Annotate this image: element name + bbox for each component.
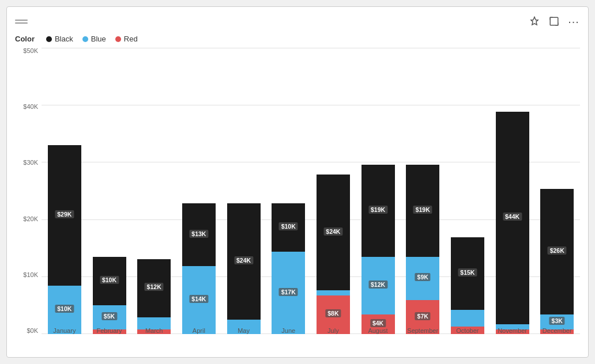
bar-group[interactable]: $15K <box>447 48 488 334</box>
bar-value-label: $10K <box>279 222 298 230</box>
x-labels: JanuaryFebruaryMarchAprilMayJuneJulyAugu… <box>42 318 580 334</box>
x-label: May <box>223 327 265 334</box>
bar-segment-black: $24K <box>227 203 261 320</box>
bar-group[interactable]: $19K$12K$4K <box>357 48 399 334</box>
bar-value-label: $29K <box>55 210 74 218</box>
bar-value-label: $15K <box>458 268 477 276</box>
bar-value-label: $44K <box>503 213 522 221</box>
y-axis: $0K$10K$20K$30K$40K$50K <box>15 48 42 334</box>
bar-value-label: $8K <box>325 309 341 317</box>
chart-inner: $29K$10K$10K$5K$12K$13K$14K$24K$10K$17K$… <box>42 48 580 334</box>
bar-segment-blue: $9K <box>406 257 439 301</box>
legend-black: Black <box>46 35 73 43</box>
bar-segment-black: $44K <box>496 112 529 325</box>
bar-group[interactable]: $26K$3K <box>536 48 578 334</box>
bar-value-label: $17K <box>279 288 298 296</box>
bar-group[interactable]: $10K$5K <box>89 48 130 334</box>
bar-stack: $24K <box>227 203 261 334</box>
bar-value-label: $24K <box>234 256 253 264</box>
x-label: April <box>178 327 220 334</box>
legend-red-label: Red <box>124 35 138 43</box>
bar-group[interactable]: $24K$8K <box>312 48 354 334</box>
x-label: February <box>89 327 130 334</box>
bar-segment-blue: $12K <box>361 257 395 315</box>
svg-rect-0 <box>550 17 558 25</box>
bar-value-label: $12K <box>368 280 387 289</box>
blue-dot <box>82 36 88 42</box>
bar-segment-black: $24K <box>317 175 350 291</box>
bar-value-label: $26K <box>548 247 567 255</box>
bar-stack: $24K$8K <box>317 175 350 334</box>
bar-group[interactable]: $29K$10K <box>44 48 85 334</box>
x-label: October <box>447 327 488 334</box>
x-label: June <box>268 327 309 334</box>
bar-stack: $19K$12K$4K <box>361 165 395 334</box>
legend-blue-label: Blue <box>91 35 106 43</box>
bar-segment-black: $10K <box>272 203 305 252</box>
bar-stack: $26K$3K <box>540 189 574 334</box>
y-axis-label: $30K <box>15 160 42 166</box>
legend-red: Red <box>115 35 138 43</box>
bar-value-label: $19K <box>413 206 432 214</box>
y-axis-label: $20K <box>15 216 42 222</box>
y-axis-label: $40K <box>15 104 42 110</box>
bar-value-label: $10K <box>55 305 74 313</box>
bar-stack: $10K$17K <box>272 203 305 334</box>
bar-stack: $19K$9K$7K <box>406 165 439 334</box>
y-axis-label: $50K <box>15 48 42 54</box>
bar-value-label: $13K <box>189 230 208 238</box>
bar-segment-black: $15K <box>451 237 484 310</box>
top-icons: ··· <box>528 15 580 28</box>
bar-stack: $44K <box>496 112 529 334</box>
y-axis-label: $0K <box>15 328 42 334</box>
chart-card: ··· Color Black Blue Red $0K$10K$20K$30K… <box>6 6 589 358</box>
bar-segment-black: $26K <box>540 189 574 314</box>
bar-segment-black: $13K <box>182 203 216 266</box>
bar-group[interactable]: $10K$17K <box>268 48 309 334</box>
pin-icon[interactable] <box>528 15 541 28</box>
bar-group[interactable]: $19K$9K$7K <box>402 48 443 334</box>
bar-segment-black: $19K <box>406 165 439 257</box>
bar-value-label: $10K <box>100 276 119 284</box>
bar-segment-black: $29K <box>48 145 81 286</box>
bar-stack: $13K$14K <box>182 203 216 334</box>
x-label: September <box>402 327 443 334</box>
bar-value-label: $24K <box>323 227 342 236</box>
x-label: August <box>357 327 399 334</box>
drag-handle[interactable] <box>15 20 28 24</box>
legend-blue: Blue <box>82 35 106 43</box>
x-label: March <box>133 327 175 334</box>
y-axis-label: $10K <box>15 272 42 278</box>
bar-group[interactable]: $13K$14K <box>178 48 220 334</box>
x-label: January <box>44 327 85 334</box>
legend: Color Black Blue Red <box>15 32 580 48</box>
chart-area: $0K$10K$20K$30K$40K$50K $29K$10K$10K$5K$… <box>15 48 580 351</box>
x-label: November <box>492 327 533 334</box>
bar-value-label: $12K <box>145 283 164 291</box>
bar-segment-black: $10K <box>93 257 126 305</box>
bar-group[interactable]: $44K <box>492 48 533 334</box>
legend-title: Color <box>15 35 35 43</box>
bar-value-label: $14K <box>189 295 208 303</box>
bar-segment-blue <box>317 290 350 295</box>
bar-segment-black: $12K <box>137 259 171 317</box>
bar-group[interactable]: $12K <box>133 48 175 334</box>
expand-icon[interactable] <box>548 15 560 28</box>
top-bar: ··· <box>15 13 580 30</box>
bar-value-label: $19K <box>368 206 387 214</box>
x-label: July <box>312 327 354 334</box>
black-dot <box>46 36 52 42</box>
bar-value-label: $9K <box>415 273 431 281</box>
more-icon[interactable]: ··· <box>567 15 580 28</box>
bar-segment-black: $19K <box>361 165 395 257</box>
red-dot <box>115 36 121 42</box>
bar-group[interactable]: $24K <box>223 48 265 334</box>
bars-container: $29K$10K$10K$5K$12K$13K$14K$24K$10K$17K$… <box>42 48 580 334</box>
x-label: December <box>536 327 578 334</box>
bar-stack: $29K$10K <box>48 145 81 334</box>
legend-black-label: Black <box>55 35 73 43</box>
